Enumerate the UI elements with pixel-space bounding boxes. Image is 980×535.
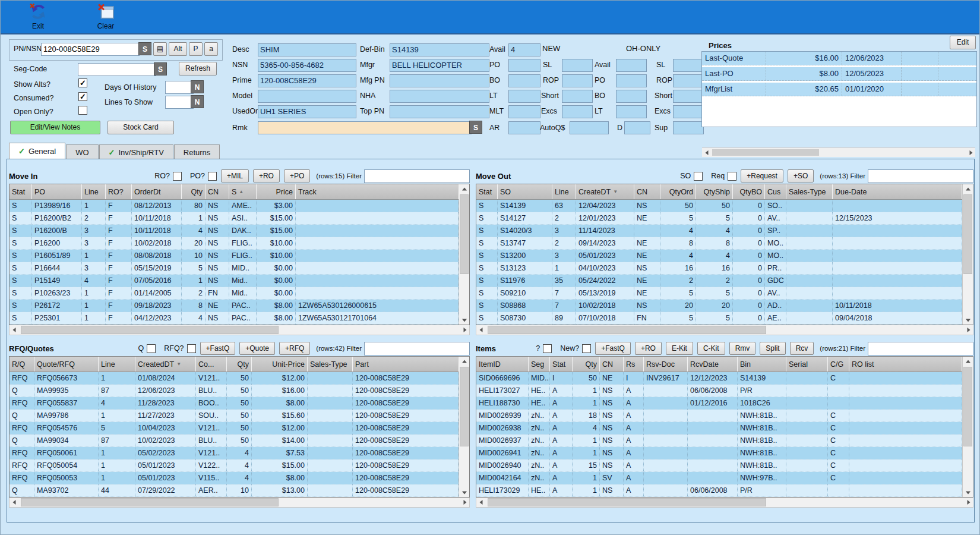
table-row[interactable]: SS09210705/13/2019NE550AV.. <box>476 287 962 300</box>
ohonly-short-field[interactable] <box>673 90 704 103</box>
scroll-left-arrow[interactable] <box>10 326 18 335</box>
column-header-rs[interactable]: Rs <box>624 357 644 372</box>
table-row[interactable]: RFQRFQ050053105/01/2023V115..4$8.00120-0… <box>10 472 459 484</box>
scroll-right-arrow[interactable] <box>966 148 975 157</box>
table-row[interactable]: SS119763505/24/2022NE220GDC <box>476 275 962 287</box>
new-sl-field[interactable] <box>562 59 593 72</box>
exit-button[interactable]: Exit <box>17 2 59 33</box>
pn-s-button[interactable]: S <box>138 42 151 55</box>
seg-s-button[interactable]: S <box>154 62 167 75</box>
rmv-button[interactable]: Rmv <box>729 342 756 355</box>
days-n-button[interactable]: N <box>191 80 204 93</box>
mfgr-field[interactable]: BELL HELICOPTER <box>390 59 489 72</box>
checkbox[interactable] <box>543 344 552 353</box>
fastq-button[interactable]: +FastQ <box>595 342 631 355</box>
table-row[interactable]: SP13989/161F08/12/201380NSAME..$3.00 <box>10 200 459 212</box>
table-row[interactable]: SP16051/891F08/08/201810NSFLIG..$10.00 <box>10 250 459 262</box>
scroll-right-arrow[interactable] <box>460 498 469 507</box>
checkbox[interactable] <box>147 344 156 353</box>
ar-field[interactable] <box>508 121 540 134</box>
scroll-down-arrow[interactable] <box>460 316 469 325</box>
column-header-price[interactable]: Price <box>257 184 296 199</box>
horizontal-scrollbar[interactable] <box>9 498 470 508</box>
table-row[interactable]: SS087308907/10/2018FN550AE..09/04/2018 <box>476 312 962 325</box>
scrollbar-thumb[interactable] <box>460 367 469 446</box>
table-row[interactable]: SS13123104/10/2023NS16160PR.. <box>476 262 962 275</box>
table-row[interactable]: RFQRFQ054576510/04/2023V121..50$12.00120… <box>10 422 459 435</box>
show-alts-checkbox[interactable]: ✓ <box>78 78 87 87</box>
e-kit-button[interactable]: E-Kit <box>666 342 693 355</box>
table-row[interactable]: RFQRFQ050061105/02/2023V121..4$7.53120-0… <box>10 447 459 460</box>
ohonly-sl-field[interactable] <box>673 59 704 72</box>
checkbox[interactable] <box>173 172 182 181</box>
column-header-createdt[interactable]: CreateDT▼ <box>576 184 634 199</box>
table-row[interactable]: SP16200/B22F10/11/20181NSASI..$15.00 <box>10 212 459 225</box>
so-button[interactable]: +SO <box>788 169 814 182</box>
filter-input[interactable] <box>364 342 470 355</box>
filter-input[interactable] <box>364 169 470 183</box>
column-header-unit-price[interactable]: Unit-Price <box>252 357 308 372</box>
lines-n-button[interactable]: N <box>191 95 204 108</box>
table-row[interactable]: RFQRFQ050054105/01/2023V122..4$15.00120-… <box>10 460 459 472</box>
column-header-qtyord[interactable]: QtyOrd <box>660 184 696 199</box>
oh-po-field[interactable] <box>616 74 647 87</box>
fastq-button[interactable]: +FastQ <box>200 342 236 355</box>
table-row[interactable]: SS14127212/01/2023NE550AV..12/15/2023 <box>476 212 962 225</box>
top-pn-field[interactable] <box>390 105 489 118</box>
column-header-seg[interactable]: Seg <box>529 357 550 372</box>
table-row[interactable]: SS141396312/04/2023NS50500SO.. <box>476 200 962 212</box>
new-short-field[interactable] <box>562 90 593 103</box>
checkbox[interactable] <box>582 344 591 353</box>
price-row[interactable]: Last-PO$8.0012/05/2023 <box>702 67 976 81</box>
table-row[interactable]: SS14020/3311/14/2023440SP.. <box>476 225 962 237</box>
column-header-qty[interactable]: Qty <box>573 357 600 372</box>
checkbox[interactable] <box>208 172 217 181</box>
avail-field[interactable]: 4 <box>508 43 540 56</box>
horizontal-scrollbar[interactable] <box>9 325 470 335</box>
vertical-scrollbar[interactable] <box>962 357 973 497</box>
table-row[interactable]: HELI173027HE..A1NSA06/06/2008P/R <box>476 385 962 397</box>
scroll-left-arrow[interactable] <box>702 148 711 157</box>
open-only-checkbox[interactable] <box>78 106 87 115</box>
ro-button[interactable]: +RO <box>253 169 280 182</box>
column-header-cus[interactable]: Cus <box>765 184 786 199</box>
model-field[interactable] <box>258 90 356 103</box>
table-row[interactable]: RFQRFQ056673101/08/2024V121..50$12.00120… <box>10 372 459 385</box>
table-row[interactable]: SP261721F09/18/20238NEPAC..$8.001ZW65A53… <box>10 300 459 312</box>
scrollbar-thumb[interactable] <box>488 498 766 506</box>
autoq-field[interactable] <box>570 121 609 134</box>
prices-edit-button[interactable]: Edit <box>950 36 976 49</box>
mfg-pn-field[interactable] <box>390 74 489 87</box>
scroll-down-arrow[interactable] <box>963 316 972 325</box>
lt-field[interactable] <box>508 90 540 103</box>
column-header-ro[interactable]: RO? <box>106 184 132 199</box>
scroll-left-arrow[interactable] <box>10 498 18 507</box>
table-row[interactable]: QMA990348710/02/2023BLU..50$14.00120-008… <box>10 435 459 447</box>
column-header-orderdt[interactable]: OrderDt <box>132 184 182 199</box>
column-header-stat[interactable]: Stat <box>476 184 498 199</box>
column-header-quote-rfq[interactable]: Quote/RFQ <box>34 357 99 372</box>
request-button[interactable]: +Request <box>741 169 783 182</box>
column-header-createddt[interactable]: CreatedDT▼ <box>135 357 196 372</box>
column-header-cn[interactable]: CN <box>206 184 229 199</box>
column-header-cn[interactable]: CN <box>600 357 624 372</box>
column-header-part[interactable]: Part <box>353 357 459 372</box>
sup-field[interactable] <box>673 121 704 134</box>
table-row[interactable]: SP253011F04/12/20234NSPAC..$8.001ZW65A53… <box>10 312 459 325</box>
column-header-line[interactable]: Line <box>82 184 106 199</box>
scroll-down-arrow[interactable] <box>963 488 972 497</box>
table-row[interactable]: SS13747209/14/2023NE880MO.. <box>476 237 962 250</box>
table-row[interactable]: SP16200/B3F10/11/20184NSDAK..$15.00 <box>10 225 459 237</box>
tab-returns[interactable]: Returns <box>174 144 220 159</box>
refresh-button[interactable]: Refresh <box>179 62 217 75</box>
nsn-field[interactable]: 5365-00-856-4682 <box>258 59 356 72</box>
table-row[interactable]: SP151494F07/05/20161NSMid..$0.00 <box>10 275 459 287</box>
prime-field[interactable]: 120-008C58E29 <box>258 74 356 87</box>
filter-input[interactable] <box>868 169 973 183</box>
table-row[interactable]: MID0026937zN..A1NSANWH:81B..C <box>476 435 962 447</box>
mlt-field[interactable] <box>508 105 540 118</box>
column-header-po[interactable]: PO <box>32 184 82 199</box>
column-header-qtyship[interactable]: QtyShip <box>696 184 733 199</box>
column-header-stat[interactable]: Stat <box>550 357 573 372</box>
p-button[interactable]: P <box>189 42 203 56</box>
